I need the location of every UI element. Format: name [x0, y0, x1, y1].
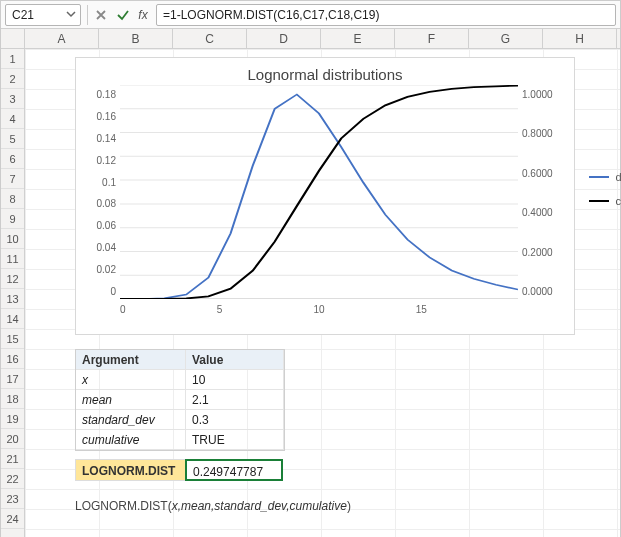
table-cell[interactable]: mean — [76, 390, 186, 410]
chevron-down-icon — [66, 8, 76, 22]
row-header[interactable]: 17 — [1, 369, 24, 389]
row-header[interactable]: 20 — [1, 429, 24, 449]
syntax-text: LOGNORM.DIST(x,mean,standard_dev,cumulat… — [75, 499, 351, 513]
series-cumulative — [120, 86, 518, 299]
accept-button[interactable] — [112, 4, 134, 26]
row-header[interactable]: 16 — [1, 349, 24, 369]
table-cell[interactable]: standard_dev — [76, 410, 186, 430]
table-header: Value — [186, 350, 284, 370]
col-header[interactable]: H — [543, 29, 617, 48]
result-row: LOGNORM.DIST 0.249747787 — [75, 459, 283, 481]
col-header[interactable]: F — [395, 29, 469, 48]
col-header[interactable]: D — [247, 29, 321, 48]
col-header[interactable]: C — [173, 29, 247, 48]
row-header[interactable]: 21 — [1, 449, 24, 469]
fx-icon: fx — [138, 8, 147, 22]
active-cell[interactable]: 0.249747787 — [185, 459, 283, 481]
select-all-corner[interactable] — [1, 29, 25, 48]
name-box-value: C21 — [12, 8, 34, 22]
row-header[interactable]: 22 — [1, 469, 24, 489]
table-cell[interactable]: cumulative — [76, 430, 186, 450]
formula-input[interactable]: =1-LOGNORM.DIST(C16,C17,C18,C19) — [156, 4, 616, 26]
row-header[interactable]: 4 — [1, 109, 24, 129]
col-header[interactable]: G — [469, 29, 543, 48]
legend-swatch-cumulative — [589, 200, 609, 202]
row-header[interactable]: 18 — [1, 389, 24, 409]
name-box[interactable]: C21 — [5, 4, 81, 26]
row-header[interactable]: 10 — [1, 229, 24, 249]
column-header-row: A B C D E F G H — [1, 29, 620, 49]
x-axis: 05 1015 — [120, 304, 518, 315]
row-header[interactable]: 11 — [1, 249, 24, 269]
table-cell[interactable]: 0.3 — [186, 410, 284, 430]
row-header[interactable]: 12 — [1, 269, 24, 289]
row-header[interactable]: 2 — [1, 69, 24, 89]
cancel-button[interactable] — [90, 4, 112, 26]
row-header[interactable]: 23 — [1, 489, 24, 509]
divider — [87, 5, 88, 25]
formula-text: =1-LOGNORM.DIST(C16,C17,C18,C19) — [163, 8, 379, 22]
row-header[interactable]: 14 — [1, 309, 24, 329]
cell-grid[interactable]: Lognormal distributions 0.180.16 0.140.1… — [25, 49, 620, 537]
series-density — [120, 94, 518, 299]
row-header-col: 1 2 3 4 5 6 7 8 9 10 11 12 13 14 15 16 1… — [1, 49, 25, 537]
legend-swatch-density — [589, 176, 609, 178]
row-header[interactable]: 24 — [1, 509, 24, 529]
col-header[interactable]: A — [25, 29, 99, 48]
row-header[interactable]: 19 — [1, 409, 24, 429]
row-header[interactable]: 5 — [1, 129, 24, 149]
argument-table: Argument Value x10 mean2.1 standard_dev0… — [75, 349, 285, 451]
y-axis-right: 1.00000.8000 0.60000.4000 0.20000.0000 — [518, 85, 564, 315]
col-header[interactable]: B — [99, 29, 173, 48]
table-cell[interactable]: 10 — [186, 370, 284, 390]
y-axis-left: 0.180.16 0.140.12 0.10.08 0.060.04 0.020 — [86, 85, 120, 315]
result-label[interactable]: LOGNORM.DIST — [75, 459, 185, 481]
chart[interactable]: Lognormal distributions 0.180.16 0.140.1… — [75, 57, 575, 335]
row-header[interactable]: 8 — [1, 189, 24, 209]
fx-button[interactable]: fx — [134, 4, 156, 26]
row-header[interactable]: 7 — [1, 169, 24, 189]
chart-legend: density cumulative — [589, 171, 621, 219]
col-header[interactable]: E — [321, 29, 395, 48]
table-cell[interactable]: x — [76, 370, 186, 390]
row-header[interactable]: 6 — [1, 149, 24, 169]
row-header[interactable]: 1 — [1, 49, 24, 69]
chart-title: Lognormal distributions — [86, 66, 564, 83]
table-cell[interactable]: 2.1 — [186, 390, 284, 410]
table-cell[interactable]: TRUE — [186, 430, 284, 450]
table-header: Argument — [76, 350, 186, 370]
row-header[interactable]: 3 — [1, 89, 24, 109]
row-header[interactable]: 9 — [1, 209, 24, 229]
row-header[interactable]: 15 — [1, 329, 24, 349]
row-header[interactable]: 13 — [1, 289, 24, 309]
